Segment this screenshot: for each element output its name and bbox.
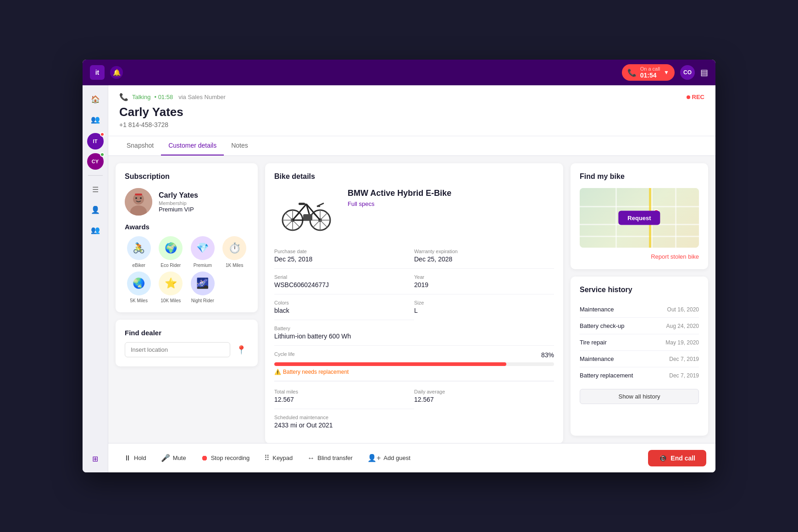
call-duration: • 01:58 xyxy=(154,94,173,100)
tab-customer-details[interactable]: Customer details xyxy=(161,136,224,155)
svg-rect-26 xyxy=(303,214,312,221)
service-item-2: Tire repair May 19, 2020 xyxy=(580,334,699,351)
award-premium: 💎 Premium xyxy=(188,236,217,268)
sidebar-item-home[interactable]: 🏠 xyxy=(87,91,104,107)
sidebar-item-user-check[interactable]: 👤 xyxy=(87,201,104,218)
show-all-history-button[interactable]: Show all history xyxy=(580,389,699,404)
svg-point-3 xyxy=(135,197,137,199)
colors-value: black xyxy=(274,307,414,314)
sidebar-item-contacts[interactable]: 👥 xyxy=(87,111,104,127)
award-10k-label: 10K Miles xyxy=(161,298,181,303)
dealer-input-row: 📍 xyxy=(125,342,249,357)
cycle-life-progress-fill xyxy=(274,362,506,366)
on-call-label: On a call xyxy=(640,66,660,72)
award-1k-label: 1K Miles xyxy=(226,263,243,268)
location-pin-icon[interactable]: 📍 xyxy=(234,343,249,357)
scheduled-maintenance-value: 2433 mi or Out 2021 xyxy=(274,421,554,429)
membership-value: Premium VIP xyxy=(159,206,198,213)
size-field: Size L xyxy=(414,294,554,320)
tab-notes[interactable]: Notes xyxy=(224,136,255,155)
full-specs-link[interactable]: Full specs xyxy=(348,200,451,207)
hold-button[interactable]: ⏸ Hold xyxy=(117,450,153,466)
award-1k-miles: ⏱️ 1K Miles xyxy=(221,236,249,268)
award-ebiker: 🚴 eBiker xyxy=(125,236,153,268)
recording-icon: ⏺ xyxy=(201,454,208,462)
keypad-button[interactable]: ⠿ Keypad xyxy=(258,450,299,466)
svg-rect-5 xyxy=(135,194,142,195)
tab-snapshot[interactable]: Snapshot xyxy=(119,136,161,155)
serial-label: Serial xyxy=(274,274,414,280)
sidebar-avatar-cy[interactable]: CY xyxy=(87,153,104,170)
size-label: Size xyxy=(414,300,554,305)
subscription-card: Subscription xyxy=(116,163,258,312)
award-premium-icon: 💎 xyxy=(191,236,215,260)
add-guest-button[interactable]: 👤+ Add guest xyxy=(361,450,417,466)
end-call-button[interactable]: 📵 End call xyxy=(648,450,706,466)
user-avatar-img xyxy=(125,188,152,216)
year-value: 2019 xyxy=(414,281,554,288)
award-10k-icon: ⭐ xyxy=(159,272,183,295)
dealer-location-input[interactable] xyxy=(125,342,230,357)
left-panel: Subscription xyxy=(116,163,258,436)
sidebar-item-team[interactable]: 👥 xyxy=(87,222,104,238)
call-header: 📞 Talking • 01:58 via Sales Number REC C… xyxy=(108,85,715,136)
awards-grid: 🚴 eBiker 🌍 Eco Rider 💎 Premium xyxy=(125,236,249,303)
cycle-life-row: Cycle life 83% ⚠️ Battery needs replacem… xyxy=(274,346,554,381)
middle-panel: Bike details xyxy=(265,163,563,436)
serial-field: Serial WSBC606024677J xyxy=(274,269,414,294)
add-guest-icon: 👤+ xyxy=(367,454,381,462)
service-date-3: Dec 7, 2019 xyxy=(669,356,699,362)
content-area: 📞 Talking • 01:58 via Sales Number REC C… xyxy=(108,85,715,472)
award-5k-icon: 🌏 xyxy=(127,272,151,295)
service-date-0: Out 16, 2020 xyxy=(667,306,699,313)
award-night-icon: 🌌 xyxy=(191,272,215,295)
service-date-4: Dec 7, 2019 xyxy=(669,372,699,379)
blind-transfer-button[interactable]: ↔ Blind transfer xyxy=(301,450,359,466)
find-my-bike-title: Find my bike xyxy=(580,172,699,181)
total-miles-label: Total miles xyxy=(274,389,414,394)
miles-grid: Total miles 12.567 Daily average 12.567 xyxy=(274,381,554,409)
user-avatar-top[interactable]: CO xyxy=(680,65,695,80)
sidebar-item-list[interactable]: ☰ xyxy=(87,181,104,198)
size-value: L xyxy=(414,307,554,314)
phone-icon: 📞 xyxy=(119,93,128,101)
service-name-3: Maintenance xyxy=(580,355,614,362)
sidebar-grid-dots[interactable]: ⊞ xyxy=(87,450,104,467)
service-name-1: Battery check-up xyxy=(580,322,625,329)
call-status-row: 📞 Talking • 01:58 via Sales Number REC xyxy=(119,93,704,101)
total-miles-field: Total miles 12.567 xyxy=(274,383,414,409)
service-name-4: Battery replacement xyxy=(580,372,633,379)
top-bar-right: 📞 On a call 01:54 ▼ CO ▤ xyxy=(622,64,708,81)
request-button[interactable]: Request xyxy=(618,211,660,225)
service-date-1: Aug 24, 2020 xyxy=(666,323,699,329)
app-logo[interactable]: it xyxy=(90,65,105,80)
cycle-life-header: Cycle life 83% xyxy=(274,351,554,359)
notification-bell[interactable]: 🔔 xyxy=(110,66,123,79)
bike-info: BMW Active Hybrid E-Bike Full specs xyxy=(348,188,451,234)
award-eco-label: Eco Rider xyxy=(161,263,181,268)
bike-details-grid: Purchase date Dec 25, 2018 Warranty expi… xyxy=(274,243,554,320)
award-night-label: Night Rider xyxy=(191,298,214,303)
battery-value: Lithium-ion battery 600 Wh xyxy=(274,332,554,340)
cycle-life-pct: 83% xyxy=(541,351,554,359)
bike-svg xyxy=(277,190,336,232)
tabs-row: Snapshot Customer details Notes xyxy=(108,136,715,156)
total-miles-value: 12.567 xyxy=(274,396,414,403)
award-night-rider: 🌌 Night Rider xyxy=(188,272,217,303)
end-call-icon: 📵 xyxy=(659,454,667,462)
customer-name: Carly Yates xyxy=(119,105,704,119)
menu-icon[interactable]: ▤ xyxy=(700,67,708,78)
daily-avg-value: 12.567 xyxy=(414,396,554,403)
daily-avg-field: Daily average 12.567 xyxy=(414,383,554,409)
chevron-down-icon: ▼ xyxy=(664,69,669,76)
on-call-badge[interactable]: 📞 On a call 01:54 ▼ xyxy=(622,64,675,81)
membership-label: Membership xyxy=(159,200,198,206)
stop-recording-button[interactable]: ⏺ Stop recording xyxy=(194,450,256,466)
mute-button[interactable]: 🎤 Mute xyxy=(155,450,193,466)
scheduled-maintenance-label: Scheduled maintenance xyxy=(274,415,554,420)
warning-icon: ⚠️ xyxy=(274,369,281,375)
report-stolen-link[interactable]: Report stolen bike xyxy=(580,253,699,260)
rec-badge: REC xyxy=(687,94,704,100)
sidebar-avatar-user[interactable]: IT xyxy=(87,133,104,150)
service-name-2: Tire repair xyxy=(580,339,607,346)
